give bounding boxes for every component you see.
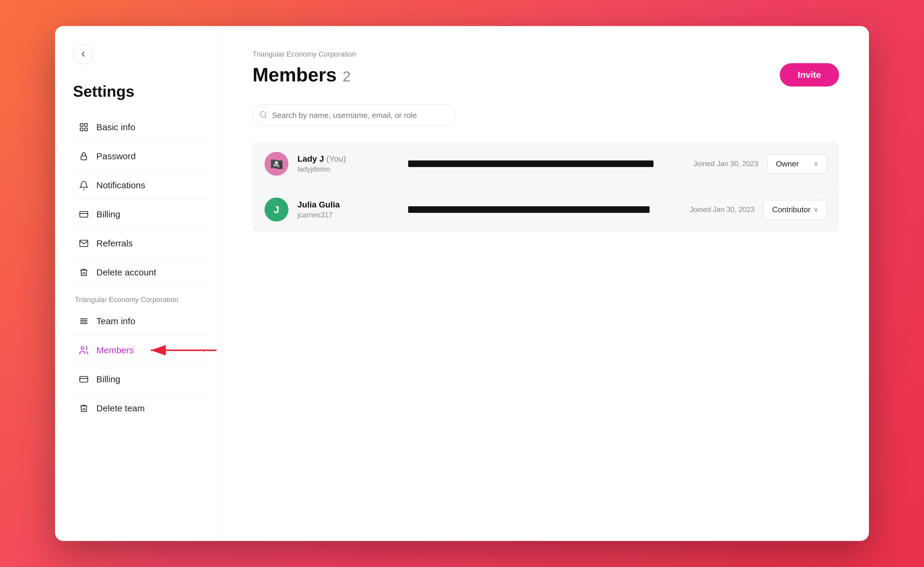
member-joined: Joined Jan 30, 2023: [670, 205, 754, 214]
sidebar-title: Settings: [73, 82, 210, 100]
app-window: Settings Basic info: [55, 26, 869, 541]
sidebar-item-label: Billing: [96, 209, 120, 220]
sidebar-item-delete-account[interactable]: Delete account: [73, 260, 210, 284]
invite-button[interactable]: Invite: [780, 63, 839, 87]
main-content: Triangular Economy Corporation Members 2…: [223, 26, 869, 541]
team-section-label: Triangular Economy Corporation: [73, 295, 210, 304]
svg-rect-0: [80, 123, 83, 126]
search-wrapper: [252, 104, 456, 126]
divider: [73, 287, 210, 287]
sidebar-item-label: Basic info: [96, 122, 135, 132]
divider: [73, 258, 210, 258]
member-username: jcarnes317: [297, 211, 387, 219]
divider: [73, 394, 210, 394]
divider: [73, 200, 210, 200]
svg-rect-1: [85, 123, 87, 126]
role-label: Contributor: [772, 205, 811, 214]
arrow-annotation: [139, 341, 217, 359]
member-role-button[interactable]: Owner ∨: [767, 154, 827, 174]
sidebar-item-label: Members: [96, 345, 134, 355]
member-name: Lady J (You): [297, 154, 387, 164]
sidebar-item-team-info[interactable]: Team info: [73, 309, 210, 333]
svg-point-11: [81, 347, 84, 349]
svg-rect-13: [80, 377, 88, 382]
card-icon-team: [78, 374, 89, 385]
role-label: Owner: [776, 159, 799, 168]
member-info: Lady J (You) ladyjdemo: [297, 154, 387, 173]
svg-point-15: [260, 112, 266, 117]
svg-rect-5: [80, 212, 88, 217]
sidebar-item-label: Billing: [96, 374, 120, 384]
sidebar-item-basic-info[interactable]: Basic info: [73, 115, 210, 139]
mail-icon: [78, 238, 89, 249]
avatar: 🏴‍☠️: [264, 152, 288, 176]
sidebar-item-billing[interactable]: Billing: [73, 202, 210, 226]
divider: [73, 141, 210, 142]
lock-icon: [78, 151, 89, 162]
breadcrumb: Triangular Economy Corporation: [252, 50, 839, 59]
chevron-down-icon: ∨: [814, 160, 818, 168]
page-title-row: Members 2: [252, 64, 351, 86]
sidebar-item-password[interactable]: Password: [73, 144, 210, 168]
sidebar-item-label: Referrals: [96, 238, 133, 248]
back-button[interactable]: [73, 44, 93, 65]
sidebar-item-referrals[interactable]: Referrals: [73, 232, 210, 256]
sidebar-item-delete-team[interactable]: Delete team: [73, 396, 210, 420]
svg-rect-3: [85, 128, 87, 131]
table-row: 🏴‍☠️ Lady J (You) ladyjdemo Joined Jan 3…: [252, 141, 839, 187]
page-header: Members 2 Invite: [252, 63, 839, 87]
search-icon: [259, 110, 267, 120]
sidebar-item-members[interactable]: Members ›: [73, 338, 210, 362]
sidebar-item-label: Notifications: [96, 180, 145, 190]
members-table: 🏴‍☠️ Lady J (You) ladyjdemo Joined Jan 3…: [252, 141, 839, 232]
you-tag: (You): [326, 154, 346, 164]
trash-icon: [78, 267, 89, 278]
bell-icon: [78, 180, 89, 191]
divider: [73, 335, 210, 336]
member-bar: [408, 161, 654, 167]
member-info: Julia Gulia jcarnes317: [297, 200, 387, 219]
member-name: Julia Gulia: [297, 200, 387, 209]
bars-icon: [78, 316, 89, 326]
sidebar-item-label: Delete team: [96, 403, 145, 414]
divider: [73, 171, 210, 171]
svg-text:🏴‍☠️: 🏴‍☠️: [270, 158, 284, 171]
table-row: J Julia Gulia jcarnes317 Joined Jan 30, …: [252, 187, 839, 232]
page-title: Members: [252, 64, 337, 86]
member-username: ladyjdemo: [297, 165, 387, 173]
member-role-button[interactable]: Contributor ∨: [764, 200, 827, 220]
trash-icon-team: [78, 403, 89, 414]
sidebar: Settings Basic info: [55, 26, 223, 541]
svg-rect-4: [81, 156, 87, 160]
svg-rect-2: [80, 128, 83, 131]
sidebar-item-label: Delete account: [96, 267, 156, 278]
search-input[interactable]: [252, 104, 456, 126]
chevron-right-icon: ›: [202, 346, 205, 355]
member-count: 2: [343, 68, 351, 85]
team-section: Triangular Economy Corporation Team info: [73, 295, 210, 420]
card-icon: [78, 209, 89, 220]
avatar: J: [264, 198, 288, 221]
member-bar: [408, 206, 650, 213]
chevron-down-icon: ∨: [814, 206, 818, 214]
svg-line-16: [265, 116, 266, 118]
sidebar-item-notifications[interactable]: Notifications: [73, 173, 210, 197]
people-icon: [78, 345, 89, 356]
sidebar-item-team-billing[interactable]: Billing: [73, 367, 210, 391]
avatar-initial: J: [274, 204, 279, 215]
member-joined: Joined Jan 30, 2023: [675, 159, 758, 168]
sidebar-item-label: Team info: [96, 316, 135, 326]
personal-section: Basic info Password: [73, 115, 210, 289]
sidebar-item-label: Password: [96, 151, 136, 161]
grid-icon: [78, 122, 89, 132]
